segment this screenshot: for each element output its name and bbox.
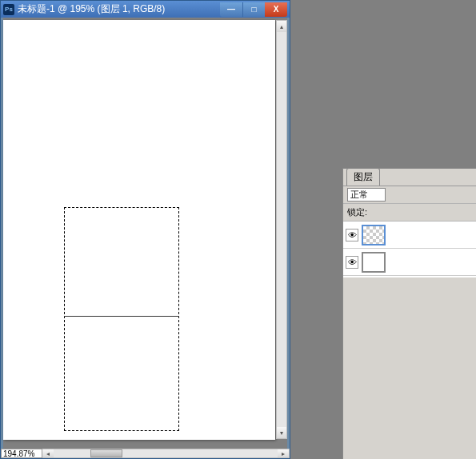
- window-controls: — □ X: [220, 2, 287, 17]
- visibility-icon[interactable]: 👁: [346, 229, 358, 241]
- document-body: ▴ ▾: [3, 18, 287, 449]
- scroll-right-icon[interactable]: ▸: [278, 449, 289, 457]
- panel-tabbar: 图层: [343, 169, 476, 186]
- blend-mode-select[interactable]: 正常: [347, 188, 386, 202]
- drawn-line: [64, 316, 179, 317]
- visibility-icon[interactable]: 👁: [346, 256, 358, 269]
- scroll-down-icon[interactable]: ▾: [277, 427, 286, 438]
- document-window: Ps 未标题-1 @ 195% (图层 1, RGB/8) — □ X ▴ ▾ …: [0, 0, 290, 459]
- maximize-button[interactable]: □: [242, 2, 265, 17]
- close-button[interactable]: X: [265, 2, 287, 17]
- titlebar[interactable]: Ps 未标题-1 @ 195% (图层 1, RGB/8) — □ X: [1, 1, 290, 18]
- layer-thumbnail[interactable]: [362, 225, 386, 245]
- layers-panel: 图层 正常 锁定: 👁 👁: [342, 168, 476, 459]
- scroll-up-icon[interactable]: ▴: [277, 21, 286, 32]
- marquee-selection: [64, 207, 179, 431]
- canvas[interactable]: [3, 20, 275, 440]
- layer-list: 👁 👁: [343, 222, 476, 277]
- layer-thumbnail[interactable]: [362, 252, 386, 273]
- layer-row[interactable]: 👁: [343, 249, 476, 276]
- vertical-scrollbar[interactable]: ▴ ▾: [276, 20, 287, 439]
- document-title: 未标题-1 @ 195% (图层 1, RGB/8): [18, 2, 220, 16]
- ps-icon: Ps: [3, 4, 14, 15]
- lock-label: 锁定:: [347, 206, 367, 218]
- blend-mode-row: 正常: [343, 186, 476, 204]
- scroll-thumb[interactable]: [90, 449, 122, 457]
- lock-row: 锁定:: [343, 204, 476, 222]
- zoom-input[interactable]: 194.87%: [1, 449, 42, 458]
- scroll-left-icon[interactable]: ◂: [42, 449, 54, 457]
- minimize-button[interactable]: —: [220, 2, 242, 17]
- statusbar: 194.87% ◂ ▸: [1, 449, 290, 458]
- tab-layers[interactable]: 图层: [346, 168, 380, 186]
- layer-row[interactable]: 👁: [343, 222, 476, 249]
- horizontal-scrollbar[interactable]: ◂ ▸: [42, 449, 290, 458]
